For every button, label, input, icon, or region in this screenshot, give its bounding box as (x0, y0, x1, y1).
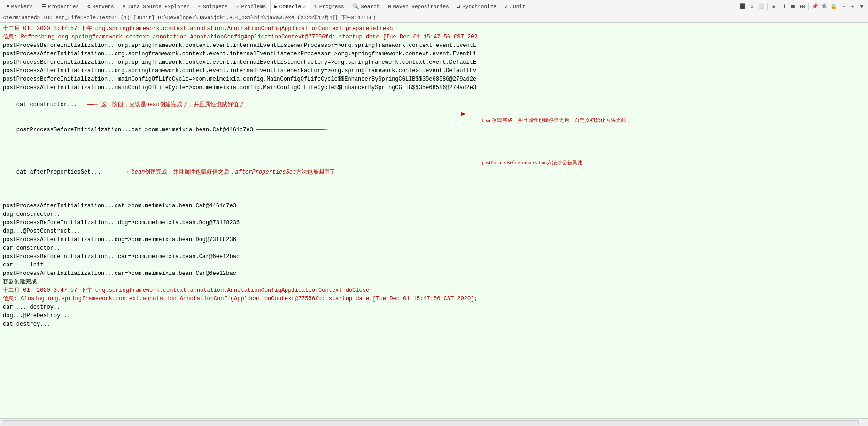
tab-bar: ⚑ Markers ☰ Properties ⚙ Servers ⊞ Data … (0, 0, 868, 13)
tab-junit[interactable]: ✓ JUnit (501, 0, 530, 13)
console-line-8: postProcessAfterInitialization...mainCon… (3, 84, 865, 92)
maximize-button[interactable]: ⬜ (757, 2, 766, 11)
tab-progress-label: Progress (319, 4, 344, 9)
word-wrap-button[interactable]: ⇢ (839, 2, 847, 11)
step-button[interactable]: ⏭ (798, 2, 806, 11)
tab-synchronize[interactable]: ⇄ Synchronize (453, 0, 501, 13)
view-menu-button[interactable]: ▼ (858, 2, 866, 11)
tab-maven-label: Maven Repositories (393, 4, 449, 9)
run-button[interactable]: ▶ (770, 2, 778, 11)
tab-progress[interactable]: ↻ Progress (310, 0, 348, 13)
tab-console[interactable]: ▶ Console ✕ (270, 0, 310, 13)
tab-junit-label: JUnit (510, 4, 525, 9)
stop-button[interactable]: ⏹ (789, 2, 797, 11)
servers-icon: ⚙ (87, 3, 91, 9)
console-line-4: postProcessAfterInitialization...org.spr… (3, 50, 865, 58)
console-line-2: 信息: Refreshing org.springframework.conte… (3, 33, 865, 41)
junit-icon: ✓ (505, 3, 508, 9)
console-line-ppai-cat: postProcessAfterInitialization...cat=>co… (3, 202, 865, 210)
cat-aps-arrow-text: ————→ bean创建完成，并且属性也赋好值之后，afterPropertie… (111, 169, 335, 175)
console-line-cat-aps: cat afterPropertiesSet... ————→ bean创建完成… (3, 160, 865, 202)
minimize-button[interactable]: ⬛ (738, 2, 747, 11)
console-line-7: postProcessBeforeInitialization...mainCo… (3, 75, 865, 84)
tab-datasource[interactable]: ⊞ Data Source Explorer (118, 0, 194, 13)
pin-button[interactable]: 📌 (811, 2, 819, 11)
console-line-5: postProcessBeforeInitialization...org.sp… (3, 58, 865, 67)
console-output[interactable]: 十二月 01, 2020 3:47:57 下午 org.springframew… (0, 23, 868, 418)
markers-icon: ⚑ (6, 3, 9, 9)
cat-aps-text: cat afterPropertiesSet... (16, 169, 111, 175)
status-bar: <terminated> IOCTest_LifeCycle.test01 (1… (0, 13, 868, 23)
tab-snippets-label: Snippets (203, 4, 228, 9)
console-line-closing-info: 信息: Closing org.springframework.context.… (3, 295, 865, 303)
tab-markers-label: Markers (11, 4, 33, 9)
scroll-lock-button[interactable]: 🔒 (829, 2, 838, 11)
console-line-doclose-timestamp: 十二月 01, 2020 3:47:57 下午 org.springframew… (3, 286, 865, 295)
synchronize-icon: ⇄ (457, 3, 461, 9)
tab-console-label: Console (279, 4, 301, 9)
console-icon: ▶ (274, 3, 278, 9)
tab-markers[interactable]: ⚑ Markers (2, 0, 37, 13)
snippets-icon: ✂ (198, 3, 201, 9)
close-view-button[interactable]: ✕ (748, 2, 756, 11)
console-line-6: postProcessAfterInitialization...org.spr… (3, 67, 865, 75)
tab-search[interactable]: 🔍 Search (349, 0, 384, 13)
right-annotation-line1: bean创建完成，并且属性也赋好值之后，自定义初始化方法之前， (482, 116, 631, 124)
console-line-dog-predestroy: dog...@PreDestroy... (3, 312, 865, 320)
tab-properties[interactable]: ☰ Properties (37, 0, 83, 13)
console-line-dog-postconstruct: dog...@PostConstruct... (3, 227, 865, 236)
console-line-car-constructor: car constructor... (3, 244, 865, 252)
console-line-ppbi-cat: postProcessBeforeInitialization...cat=>c… (3, 117, 865, 160)
cat-constructor-arrow: ——→ 这一阶段，应该是bean创建完成了，并且属性也赋好值了 (87, 101, 244, 108)
tab-problems-label: Problems (241, 4, 266, 9)
right-annotation-line2: postProcessBeforeInitialization方法才会被调用 (482, 159, 583, 167)
ppbi-cat-text: postProcessBeforeInitialization...cat=>c… (16, 127, 256, 133)
progress-icon: ↻ (314, 3, 318, 9)
tab-problems[interactable]: ⚠ Problems (232, 0, 270, 13)
console-line-ppai-car: postProcessAfterInitialization...car=>co… (3, 269, 865, 278)
maven-icon: M (388, 4, 391, 9)
problems-icon: ⚠ (236, 3, 240, 9)
new-console-button[interactable]: + (848, 2, 857, 11)
tab-search-label: Search (361, 4, 380, 9)
tab-servers[interactable]: ⚙ Servers (83, 0, 118, 13)
console-line-dog-constructor: dog constructor... (3, 210, 865, 219)
bottom-bar (0, 418, 868, 426)
console-line-car-destroy: car ... destroy... (3, 303, 865, 312)
console-line-car-init: car ... init... (3, 261, 865, 269)
horizontal-scrollbar[interactable] (2, 420, 859, 425)
tab-synchronize-label: Synchronize (462, 4, 496, 9)
console-close-icon[interactable]: ✕ (303, 4, 306, 9)
tab-snippets[interactable]: ✂ Snippets (194, 0, 232, 13)
console-line-container-created: 容器创建完成 (3, 278, 865, 286)
datasource-icon: ⊞ (123, 3, 126, 9)
properties-icon: ☰ (41, 3, 46, 9)
toolbar-right: ⬛ ✕ ⬜ ▶ ⏸ ⏹ ⏭ 📌 🗑 🔒 ⇢ + ▼ (738, 2, 866, 11)
status-text: <terminated> IOCTest_LifeCycle.test01 (1… (3, 14, 376, 21)
suspend-button[interactable]: ⏸ (779, 2, 788, 11)
console-line-cat-constructor: cat constructor... ——→ 这一阶段，应该是bean创建完成了… (3, 92, 865, 117)
tab-servers-label: Servers (92, 4, 114, 9)
console-line-1: 十二月 01, 2020 3:47:57 下午 org.springframew… (3, 24, 865, 33)
console-line-ppai-dog: postProcessAfterInitialization...dog=>co… (3, 236, 865, 244)
ppbi-cat-arrow: ————————————————————→ (256, 127, 327, 133)
tab-datasource-label: Data Source Explorer (127, 4, 189, 9)
clear-button[interactable]: 🗑 (820, 2, 829, 11)
toolbar-separator2 (808, 3, 809, 10)
tab-maven[interactable]: M Maven Repositories (384, 0, 453, 13)
tab-properties-label: Properties (48, 4, 79, 9)
console-line-3: postProcessBeforeInitialization...org.sp… (3, 41, 865, 50)
console-line-ppbi-car: postProcessBeforeInitialization...car=>c… (3, 252, 865, 261)
console-line-cat-destroy: cat destroy... (3, 320, 865, 328)
cat-constructor-text: cat constructor... (16, 101, 87, 108)
toolbar-separator (767, 3, 768, 10)
console-line-ppbi-dog: postProcessBeforeInitialization...dog=>c… (3, 219, 865, 227)
search-icon: 🔍 (353, 3, 359, 9)
